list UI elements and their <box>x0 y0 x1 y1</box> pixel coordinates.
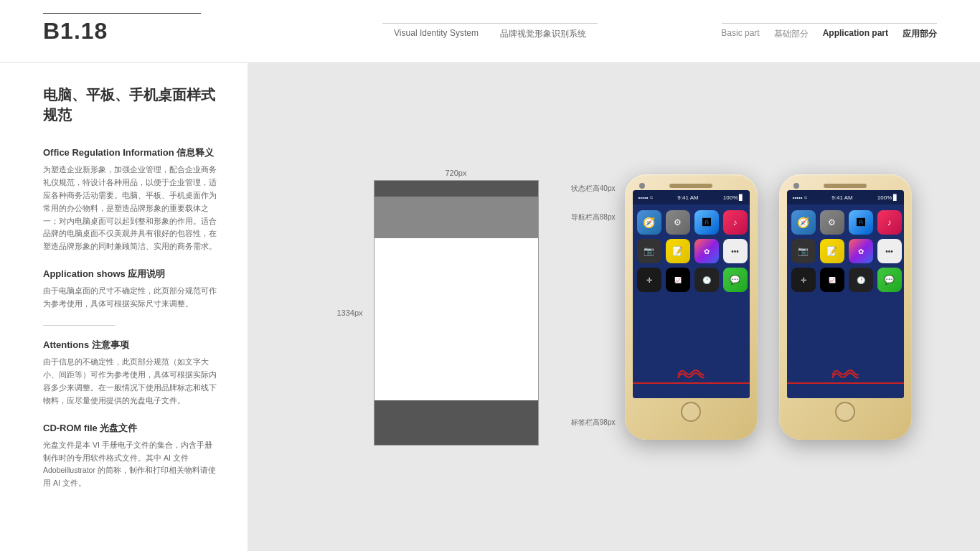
phones-container: ••••• ≈ 9:41 AM 100% ▊ 🧭 ⚙ 🅰 ♪ 📷 📝 ✿ ••• <box>625 174 912 440</box>
basic-part-zh: 基础部分 <box>774 28 809 40</box>
header-center-titles: Visual Identity System 品牌视觉形象识别系统 <box>394 28 586 40</box>
section-application-body: 由于电脑桌面的尺寸不确定性，此页部分规范可作为参考使用，具体可根据实际尺寸来调整… <box>43 285 219 311</box>
icon-compass-1: ✛ <box>637 268 661 292</box>
phone-status-bar-1: ••••• ≈ 9:41 AM 100% ▊ <box>633 190 750 204</box>
icon-reminders-2: ••• <box>877 239 902 263</box>
icon-clock-2: 🕐 <box>849 268 873 292</box>
icon-appstore-2: 🅰 <box>849 210 873 235</box>
phone-bottom-1 <box>633 355 750 398</box>
header-right-line <box>722 23 937 24</box>
phone-screen-1: ••••• ≈ 9:41 AM 100% ▊ 🧭 ⚙ 🅰 ♪ 📷 📝 ✿ ••• <box>633 190 750 398</box>
icon-photos-1: ✿ <box>694 239 719 263</box>
camera-icon-2 <box>793 183 799 189</box>
title-zh: 品牌视觉形象识别系统 <box>500 28 586 40</box>
section-application: Application shows 应用说明 由于电脑桌面的尺寸不确定性，此页部… <box>43 268 219 311</box>
wireframe-content-area <box>374 238 538 400</box>
icon-clock-1: 🕐 <box>694 268 719 292</box>
header-center: Visual Identity System 品牌视觉形象识别系统 <box>382 23 598 40</box>
header-center-line <box>382 23 598 24</box>
right-panel: 720px 1334px 状态栏高40px 导航栏高88px 标签栏高98px <box>248 63 980 551</box>
spacer-2 <box>892 183 897 189</box>
tab-bar-label: 标签栏高98px <box>571 418 616 428</box>
phone-mockup-2: ••••• ≈ 9:41 AM 100% ▊ 🧭 ⚙ 🅰 ♪ 📷 📝 ✿ ••• <box>779 174 912 440</box>
phone-icons-grid-1: 🧭 ⚙ 🅰 ♪ 📷 📝 ✿ ••• ✛ 📈 🕐 💬 <box>633 204 750 355</box>
phone-status-time-2: 9:41 AM <box>831 194 852 201</box>
speaker-1 <box>669 184 712 188</box>
nav-bar-label: 导航栏高88px <box>571 212 616 222</box>
left-panel: 电脑、平板、手机桌面样式规范 Office Regulation Informa… <box>0 63 248 551</box>
page-title: 电脑、平板、手机桌面样式规范 <box>43 85 219 125</box>
spacer-1 <box>738 183 743 189</box>
icon-camera-2: 📷 <box>791 239 816 263</box>
wireframe-tab-bar: 标签栏高98px <box>374 400 538 445</box>
section-attentions: Attentions 注意事项 由于信息的不确定性，此页部分规范（如文字大小、间… <box>43 339 219 408</box>
section-divider-1 <box>43 325 115 326</box>
icon-safari-1: 🧭 <box>637 210 661 235</box>
header-top-line <box>43 13 201 14</box>
height-label: 1334px <box>337 309 363 317</box>
section-attentions-title: Attentions 注意事项 <box>43 339 219 352</box>
application-part-zh: 应用部分 <box>903 28 937 40</box>
home-button-2[interactable] <box>835 402 855 422</box>
main-content: 电脑、平板、手机桌面样式规范 Office Regulation Informa… <box>0 63 980 551</box>
phone-status-left-2: ••••• ≈ <box>793 194 808 201</box>
phone-red-line-1 <box>633 382 750 384</box>
icon-notes-1: 📝 <box>666 239 690 263</box>
icon-settings-1: ⚙ <box>666 210 690 235</box>
phone-status-left-1: ••••• ≈ <box>639 194 654 201</box>
icon-stocks-1: 📈 <box>666 268 690 292</box>
icon-photos-2: ✿ <box>849 239 873 263</box>
header-right-nav: Basic part 基础部分 Application part 应用部分 <box>721 28 937 40</box>
phone-status-right-2: 100% ▊ <box>877 194 898 201</box>
section-application-title: Application shows 应用说明 <box>43 268 219 281</box>
wave-logo-1 <box>677 365 705 382</box>
icon-camera-1: 📷 <box>637 239 661 263</box>
phone-status-time-1: 9:41 AM <box>677 194 698 201</box>
page-id: B1.18 <box>43 18 108 44</box>
icon-messages-2: 💬 <box>877 268 902 292</box>
icon-appstore-1: 🅰 <box>694 210 719 235</box>
camera-icon-1 <box>639 183 645 189</box>
section-attentions-body: 由于信息的不确定性，此页部分规范（如文字大小、间距等）可作为参考使用，具体可根据… <box>43 356 219 407</box>
section-office-title: Office Regulation Information 信息释义 <box>43 146 219 159</box>
phone-icons-grid-2: 🧭 ⚙ 🅰 ♪ 📷 📝 ✿ ••• ✛ 📈 🕐 💬 <box>787 204 904 355</box>
icon-settings-2: ⚙ <box>820 210 844 235</box>
icon-stocks-2: 📈 <box>820 268 844 292</box>
section-cdrom-body: 光盘文件是本 VI 手册电子文件的集合，内含手册制作时的专用软件格式文件。其中 … <box>43 439 219 490</box>
section-office: Office Regulation Information 信息释义 为塑造企业… <box>43 146 219 253</box>
wireframe-status-bar: 状态栏高40px <box>374 181 538 197</box>
application-part-en: Application part <box>823 28 888 40</box>
wireframe-outer: 1334px 状态栏高40px 导航栏高88px 标签栏高98px <box>374 180 539 446</box>
wave-logo-2 <box>831 365 859 382</box>
wireframe-diagram: 720px 1334px 状态栏高40px 导航栏高88px 标签栏高98px <box>374 169 539 446</box>
wireframe-nav-bar: 导航栏高88px <box>374 197 538 238</box>
icon-music-2: ♪ <box>877 210 902 235</box>
header: B1.18 Visual Identity System 品牌视觉形象识别系统 … <box>0 0 980 63</box>
speaker-2 <box>824 184 867 188</box>
phone-bottom-2 <box>787 355 904 398</box>
width-label: 720px <box>374 169 539 177</box>
phone-mockup-1: ••••• ≈ 9:41 AM 100% ▊ 🧭 ⚙ 🅰 ♪ 📷 📝 ✿ ••• <box>625 174 758 440</box>
phone-status-bar-2: ••••• ≈ 9:41 AM 100% ▊ <box>787 190 904 204</box>
phone-red-line-2 <box>787 382 904 384</box>
section-cdrom: CD-ROM file 光盘文件 光盘文件是本 VI 手册电子文件的集合，内含手… <box>43 422 219 491</box>
icon-notes-2: 📝 <box>820 239 844 263</box>
icon-reminders-1: ••• <box>723 239 748 263</box>
phone-screen-2: ••••• ≈ 9:41 AM 100% ▊ 🧭 ⚙ 🅰 ♪ 📷 📝 ✿ ••• <box>787 190 904 398</box>
basic-part-en: Basic part <box>721 28 759 40</box>
section-office-body: 为塑造企业新形象，加强企业管理，配合企业商务礼仪规范，特设计各种用品，以便于企业… <box>43 164 219 253</box>
title-en: Visual Identity System <box>394 28 479 40</box>
phone-status-right-1: 100% ▊ <box>723 194 744 201</box>
section-cdrom-title: CD-ROM file 光盘文件 <box>43 422 219 435</box>
icon-safari-2: 🧭 <box>791 210 816 235</box>
icon-music-1: ♪ <box>723 210 748 235</box>
icon-messages-1: 💬 <box>723 268 748 292</box>
status-bar-label: 状态栏高40px <box>571 184 616 194</box>
header-right: Basic part 基础部分 Application part 应用部分 <box>721 23 937 40</box>
icon-compass-2: ✛ <box>791 268 816 292</box>
home-button-1[interactable] <box>681 402 701 422</box>
